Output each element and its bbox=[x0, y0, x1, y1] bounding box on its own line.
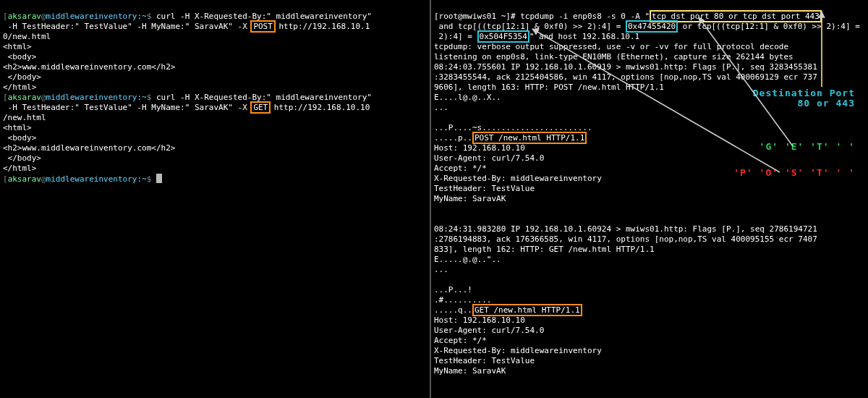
curl-command-2: curl -H X-Requested-By:" middlewareinven… bbox=[156, 93, 372, 102]
prompt-open: [ bbox=[3, 12, 8, 21]
html-output-2: <html> <body> <h2>www.middlewareinventor… bbox=[3, 123, 175, 173]
prompt-root: [root@mwiws01 ~]# bbox=[434, 12, 520, 21]
terminal-right-pane[interactable]: [root@mwiws01 ~]# tcpdump -i enp0s8 -s 0… bbox=[431, 0, 864, 398]
method-post: POST bbox=[252, 22, 274, 31]
annotation-destination-port: Destination Port 80 or 443 bbox=[753, 88, 855, 109]
prompt-user: aksarav bbox=[8, 12, 41, 21]
headers-get: Host: 192.168.10.10 User-Agent: curl/7.5… bbox=[434, 316, 602, 376]
annotation-get-hex: 'G' 'E' 'T' ' ' bbox=[760, 142, 855, 152]
html-output-1: <html> <body> <h2>www.middlewareinventor… bbox=[3, 42, 175, 92]
svg-line-1 bbox=[699, 17, 793, 146]
terminal-left-pane[interactable]: [aksarav@middlewareinventory:~$ curl -H … bbox=[0, 0, 431, 398]
request-line-get: GET /new.html HTTP/1.1 bbox=[472, 304, 582, 316]
annotation-post-hex: 'P' 'O' 'S' 'T' ' ' bbox=[733, 168, 855, 178]
headers-post: Host: 192.168.10.10 User-Agent: curl/7.5… bbox=[434, 143, 602, 203]
terminal-split: [aksarav@middlewareinventory:~$ curl -H … bbox=[0, 0, 868, 398]
curl-command-1: curl -H X-Requested-By:" middlewareinven… bbox=[156, 12, 372, 21]
hex-get: 0x47455420 bbox=[626, 20, 678, 33]
prompt-host: middlewareinventory bbox=[46, 12, 137, 21]
method-get: GET bbox=[252, 103, 269, 112]
hex-post: 0x504F5354 bbox=[477, 30, 529, 43]
tcpdump-output-2: 08:24:31.983280 IP 192.168.10.1.60924 > … bbox=[434, 224, 817, 274]
cursor bbox=[156, 174, 162, 183]
request-line-post: POST /new.html HTTP/1.1 bbox=[472, 132, 587, 144]
